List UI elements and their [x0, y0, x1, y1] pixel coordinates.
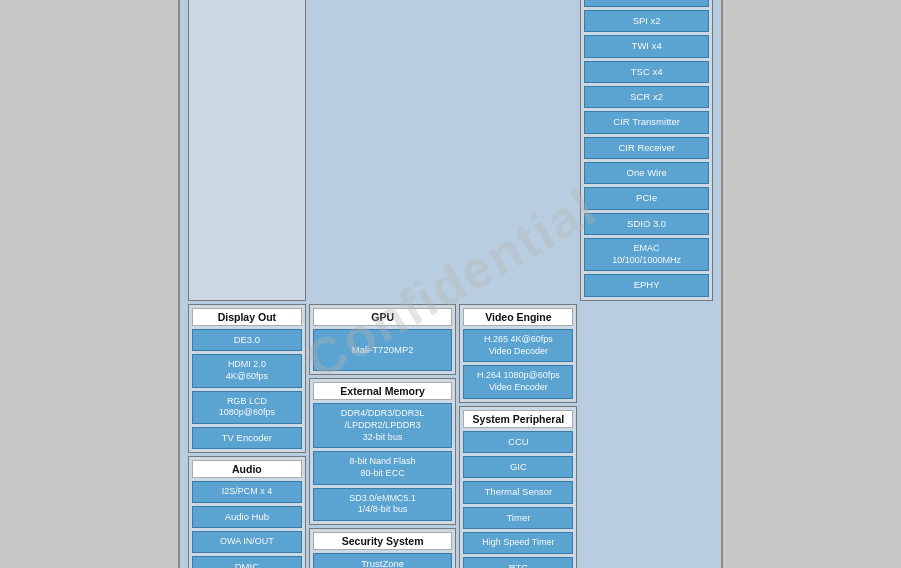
mali-block: Mali-T720MP2 — [313, 329, 453, 371]
audio-hub-block: Audio Hub — [192, 506, 302, 528]
timer-block: Timer — [463, 507, 573, 529]
one-wire-block: One Wire — [584, 162, 709, 184]
ext-mem-title: External Memory — [313, 382, 453, 400]
high-speed-timer-block: High Speed Timer — [463, 532, 573, 554]
dmic-block: DMIC — [192, 556, 302, 568]
ddr-block: DDR4/DDR3/DDR3L/LPDDR2/LPDDR332-bit bus — [313, 403, 453, 448]
h265-block: H.265 4K@60fpsVideo Decoder — [463, 329, 573, 362]
audio-title: Audio — [192, 460, 302, 478]
security-system-title: Security System — [313, 532, 453, 550]
ephy-block: EPHY — [584, 274, 709, 296]
scr-block: SCR x2 — [584, 86, 709, 108]
video-engine-title: Video Engine — [463, 308, 573, 326]
h264-block: H.264 1080p@60fpsVideo Encoder — [463, 365, 573, 398]
i2s-block: I2S/PCM x 4 — [192, 481, 302, 503]
emac-block: EMAC10/100/1000MHz — [584, 238, 709, 271]
spi-block: SPI x2 — [584, 10, 709, 32]
de30-block: DE3.0 — [192, 329, 302, 351]
uart-block: UART x5 — [584, 0, 709, 7]
nand-block: 8-bit Nand Flash80-bit ECC — [313, 451, 453, 484]
tv-encoder-block: TV Encoder — [192, 427, 302, 449]
ccu-block: CCU — [463, 431, 573, 453]
twi-block: TWI x4 — [584, 35, 709, 57]
cir-tx-block: CIR Transmitter — [584, 111, 709, 133]
tsc-block: TSC x4 — [584, 61, 709, 83]
sd-emmc-block: SD3.0/eMMC5.11/4/8-bit bus — [313, 488, 453, 521]
sdio-block: SDIO 3.0 — [584, 213, 709, 235]
system-peripheral-title: System Peripheral — [463, 410, 573, 428]
display-out-title: Display Out — [192, 308, 302, 326]
rtc-block: RTC — [463, 557, 573, 568]
trustzone-block: TrustZone — [313, 553, 453, 568]
cir-rx-block: CIR Receiver — [584, 137, 709, 159]
gic-block: GIC — [463, 456, 573, 478]
pcie-block: PCIe — [584, 187, 709, 209]
rgb-lcd-block: RGB LCD1080p@60fps — [192, 391, 302, 424]
hdmi-block: HDMI 2.04K@60fps — [192, 354, 302, 387]
owa-block: OWA IN/OUT — [192, 531, 302, 553]
gpu-title: GPU — [313, 308, 453, 326]
thermal-sensor-block: Thermal Sensor — [463, 481, 573, 503]
